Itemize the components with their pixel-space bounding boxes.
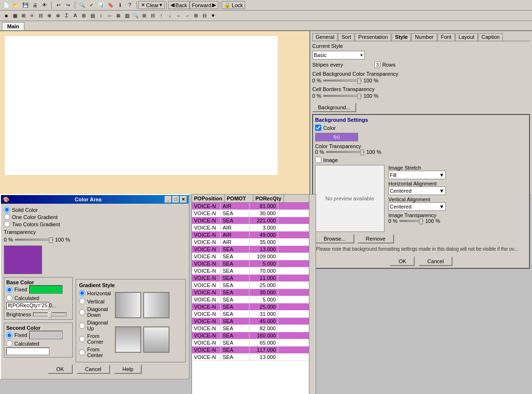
chart-icon[interactable]: 📊 xyxy=(97,1,105,10)
undo-icon[interactable]: ↩ xyxy=(54,1,63,10)
tb2-icon5[interactable]: ⊟ xyxy=(36,12,45,20)
table-row[interactable]: VOICE-N AIR 49.000 xyxy=(192,232,316,239)
forward-button[interactable]: Forward ▶ xyxy=(190,1,218,9)
fixed-radio-row[interactable]: Fixed xyxy=(6,285,70,294)
from-center-radio-row[interactable]: From Center xyxy=(79,347,111,358)
color-transparency-slider[interactable] xyxy=(326,151,364,153)
calc-formula-input[interactable]: If(PORecQty='25.0... xyxy=(6,302,49,310)
fixed2-radio[interactable] xyxy=(6,332,12,338)
tab-sort[interactable]: Sort xyxy=(338,33,354,41)
tb2-icon13[interactable]: ↔ xyxy=(105,12,114,20)
table-row[interactable]: VOICE-N AIR 81.000 xyxy=(192,203,316,210)
calculated-radio-row[interactable]: Calculated xyxy=(6,295,70,301)
table-row[interactable]: VOICE-N SEA 25.000 xyxy=(192,303,316,311)
lock-button[interactable]: 🔒 Lock xyxy=(222,1,245,9)
cell-border-slider[interactable] xyxy=(323,95,362,97)
tb2-icon8[interactable]: Σ xyxy=(62,12,71,20)
calculated2-radio-row[interactable]: Calculated xyxy=(6,340,70,347)
tb2-icon12[interactable]: ↕ xyxy=(97,12,105,20)
save-icon[interactable]: 💾 xyxy=(21,1,30,10)
cell-bg-slider[interactable] xyxy=(323,80,362,81)
color-preview[interactable]: f(x) xyxy=(315,133,358,141)
diagonal-down-radio-row[interactable]: Diagonal Down xyxy=(79,306,111,318)
tb2-icon9[interactable]: A xyxy=(71,12,79,20)
solid-color-radio[interactable] xyxy=(4,207,10,213)
tb2-icon10[interactable]: ⊞ xyxy=(79,12,88,20)
tb2-icon15[interactable]: ▨ xyxy=(123,12,131,20)
grad-preview-1[interactable] xyxy=(115,292,141,318)
color-transparency-thumb[interactable] xyxy=(360,150,364,155)
from-corner-radio[interactable] xyxy=(79,336,85,342)
tb2-icon11[interactable]: ▤ xyxy=(88,12,97,20)
check-icon[interactable]: ✓ xyxy=(87,1,96,10)
stripes-spinner[interactable]: 3 xyxy=(374,61,380,68)
tab-number[interactable]: Number xyxy=(411,33,437,41)
vertical-radio[interactable] xyxy=(79,298,85,304)
table-row[interactable]: VOICE-N SEA 13.000 xyxy=(192,246,316,253)
diagonal-up-radio[interactable] xyxy=(79,323,85,329)
tb2-icon24[interactable]: ⊟ xyxy=(200,12,209,20)
help-icon[interactable]: ? xyxy=(125,1,134,10)
table-row[interactable]: VOICE-N SEA 25.000 xyxy=(192,282,316,289)
tb2-icon6[interactable]: ⊕ xyxy=(45,12,54,20)
brightness-thumb[interactable] xyxy=(48,312,52,318)
color-checkbox[interactable] xyxy=(315,125,321,131)
from-corner-radio-row[interactable]: From Corner xyxy=(79,333,111,345)
color-ok-button[interactable]: OK xyxy=(48,364,73,374)
style-dropdown[interactable]: Basic ▼ xyxy=(312,51,365,59)
transparency-slider[interactable] xyxy=(15,239,53,241)
tb2-icon2[interactable]: ▦ xyxy=(11,12,19,20)
tab-presentation[interactable]: Presentation xyxy=(355,33,391,41)
table-row[interactable]: VOICE-N SEA 13.000 xyxy=(192,354,316,361)
table-row[interactable]: VOICE-N SEA 5.000 xyxy=(192,260,316,267)
tb2-icon1[interactable]: ■ xyxy=(2,12,11,20)
table-scrollbar[interactable] xyxy=(309,195,316,394)
minimize-button[interactable]: _ xyxy=(165,196,171,203)
transparency-thumb[interactable] xyxy=(49,237,53,243)
tab-layout[interactable]: Layout xyxy=(455,33,478,41)
tb2-icon14[interactable]: ⊠ xyxy=(114,12,123,20)
tb2-icon4[interactable]: ≡ xyxy=(28,12,36,20)
cell-bg-thumb[interactable] xyxy=(357,78,361,84)
tb2-icon18[interactable]: ⊟ xyxy=(148,12,157,20)
two-colors-radio[interactable] xyxy=(4,221,10,227)
fixed2-color-swatch[interactable] xyxy=(29,331,63,339)
tab-style[interactable]: Style xyxy=(392,33,411,41)
tb2-icon20[interactable]: ↓ xyxy=(166,12,174,20)
diagonal-up-radio-row[interactable]: Diagonal Up xyxy=(79,320,111,331)
table-row[interactable]: VOICE-N SEA 109.000 xyxy=(192,253,316,260)
tb2-icon22[interactable]: → xyxy=(183,12,192,20)
table-row[interactable]: VOICE-N SEA 65.000 xyxy=(192,339,316,347)
table-row[interactable]: VOICE-N SEA 45.000 xyxy=(192,318,316,325)
close-button[interactable]: ✕ xyxy=(180,196,187,203)
table-row[interactable]: VOICE-N AIR 35.000 xyxy=(192,239,316,246)
table-row[interactable]: VOICE-N SEA 30.000 xyxy=(192,289,316,296)
fixed-radio[interactable] xyxy=(6,287,12,293)
tab-main[interactable]: Main xyxy=(2,22,24,30)
from-center-radio[interactable] xyxy=(79,349,85,356)
tb2-icon23[interactable]: ⊞ xyxy=(192,12,200,20)
fixed-color-swatch[interactable] xyxy=(29,285,63,294)
two-colors-gradient-option[interactable]: Two Colors Gradient xyxy=(4,221,186,227)
calculated2-radio[interactable] xyxy=(6,340,12,347)
table-row[interactable]: VOICE-N SEA 30.000 xyxy=(192,210,316,217)
color-cancel-button[interactable]: Cancel xyxy=(77,364,110,374)
open-icon[interactable]: 📂 xyxy=(11,1,20,10)
image-stretch-select[interactable]: Fill ▼ xyxy=(388,171,446,179)
horizontal-radio[interactable] xyxy=(79,290,85,296)
search-icon[interactable]: 🔍 xyxy=(78,1,86,10)
table-row[interactable]: VOICE-N SEA 5.000 xyxy=(192,296,316,303)
new-icon[interactable]: 📄 xyxy=(2,1,11,10)
table-row[interactable]: VOICE-N AIR 3.000 xyxy=(192,224,316,232)
print-icon[interactable]: 🖨 xyxy=(31,1,39,10)
table-row[interactable]: VOICE-N SEA 31.000 xyxy=(192,311,316,318)
bookmark-icon[interactable]: 🔖 xyxy=(106,1,115,10)
calculated-radio[interactable] xyxy=(6,295,12,301)
table-row[interactable]: VOICE-N SEA 82.000 xyxy=(192,325,316,332)
brightness-slider[interactable] xyxy=(33,313,67,316)
tb2-icon17[interactable]: ⊞ xyxy=(140,12,148,20)
solid-color-option[interactable]: Solid Color xyxy=(4,207,186,213)
color-help-button[interactable]: Help xyxy=(114,364,142,374)
table-row[interactable]: VOICE-N SEA 70.000 xyxy=(192,267,316,275)
tab-font[interactable]: Font xyxy=(438,33,455,41)
